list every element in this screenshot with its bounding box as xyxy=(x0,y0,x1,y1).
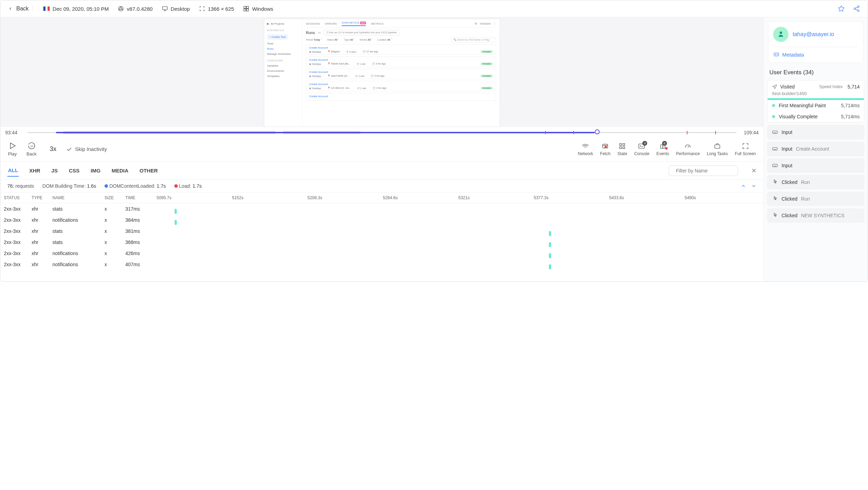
event-visited[interactable]: Visited Speed Index 5,714 /test-builder/… xyxy=(767,80,864,122)
svg-rect-23 xyxy=(773,131,777,134)
keyboard-icon xyxy=(772,129,778,135)
timeline[interactable]: 93:44 109:44 xyxy=(0,127,763,138)
tool-longtasks[interactable]: Long Tasks xyxy=(707,142,728,156)
user-event-item[interactable]: InputCreate Account xyxy=(767,142,864,156)
user-email[interactable]: tahay@asayer.io xyxy=(793,31,834,37)
svg-rect-19 xyxy=(715,145,720,148)
tool-fullscreen[interactable]: Full Screen xyxy=(735,142,756,156)
pointer-icon xyxy=(772,212,778,219)
waterfall-tick: 5208.3s xyxy=(308,195,383,200)
net-tab-img[interactable]: IMG xyxy=(90,165,101,176)
user-card: tahay@asayer.io Metadata xyxy=(768,22,863,63)
tool-fetch[interactable]: Fetch xyxy=(600,142,610,156)
svg-point-9 xyxy=(858,10,859,11)
waterfall-tick: 5095.7s xyxy=(157,195,232,200)
network-row[interactable]: 2xx-3xx xhr stats x 317ms xyxy=(0,203,763,214)
network-row[interactable]: 2xx-3xx xhr notifications x 426ms xyxy=(0,248,763,259)
svg-rect-25 xyxy=(773,164,777,167)
resolution-icon xyxy=(199,6,205,12)
svg-rect-15 xyxy=(623,146,625,149)
play-button[interactable]: Play xyxy=(8,142,17,157)
net-tab-all[interactable]: ALL xyxy=(7,164,19,177)
details-sidebar: tahay@asayer.io Metadata User Events (34… xyxy=(763,17,868,281)
playhead[interactable] xyxy=(595,129,600,134)
svg-rect-13 xyxy=(623,143,625,145)
network-row[interactable]: 2xx-3xx xhr stats x 368ms xyxy=(0,237,763,248)
net-tab-other[interactable]: OTHER xyxy=(139,165,159,176)
replay-back-button[interactable]: 10 Back xyxy=(26,142,36,157)
tool-console[interactable]: 4 Console xyxy=(634,142,649,156)
close-panel-button[interactable]: ✕ xyxy=(751,167,757,175)
fullscreen-icon xyxy=(742,142,749,150)
navigate-icon xyxy=(772,84,777,90)
desktop-icon xyxy=(162,6,168,12)
svg-rect-17 xyxy=(660,145,662,148)
svg-rect-4 xyxy=(247,6,249,8)
metadata-link[interactable]: Metadata xyxy=(773,47,858,58)
svg-rect-5 xyxy=(244,9,246,11)
playback-speed[interactable]: 3x xyxy=(50,145,56,153)
chrome-icon xyxy=(118,6,124,12)
tool-events[interactable]: 6 Events xyxy=(656,142,669,156)
replay-run-row: Create Account xyxy=(306,93,496,101)
play-icon xyxy=(8,142,17,150)
svg-text:10: 10 xyxy=(30,145,33,147)
user-event-item[interactable]: ClickedRun xyxy=(767,192,864,206)
windows-icon xyxy=(243,6,249,12)
gauge-icon xyxy=(684,142,692,150)
session-country-date: Dec 09, 2020, 05:10 PM xyxy=(43,6,109,12)
next-request-icon[interactable] xyxy=(751,183,757,189)
timeline-track[interactable] xyxy=(27,131,736,134)
timeline-start: 93:44 xyxy=(5,130,24,135)
user-event-item[interactable]: ClickedRun xyxy=(767,175,864,189)
favorite-icon[interactable] xyxy=(838,5,845,12)
network-panel: ALL XHR JS CSS IMG MEDIA OTHER ✕ 76: req… xyxy=(0,162,763,281)
network-filter[interactable] xyxy=(669,166,738,176)
svg-point-7 xyxy=(858,6,859,8)
network-table: STATUS TYPE NAME SIZE TIME 5095.7s5152s5… xyxy=(0,193,763,281)
network-row[interactable]: 2xx-3xx xhr notifications x 384ms xyxy=(0,214,763,226)
chevron-left-icon xyxy=(8,6,13,11)
top-bar: Back Dec 09, 2020, 05:10 PM v87.0.4280 D… xyxy=(0,0,868,17)
tool-state[interactable]: State xyxy=(617,142,627,156)
svg-rect-3 xyxy=(244,6,246,8)
replay-run-row: Create Account 🖥 Desktop 📍 Asia Pacific … xyxy=(306,69,496,79)
skip-inactivity-toggle[interactable]: Skip Inactivity xyxy=(66,146,107,152)
user-avatar xyxy=(773,27,788,42)
network-row[interactable]: 2xx-3xx xhr stats x 381ms xyxy=(0,226,763,237)
back-button[interactable]: Back xyxy=(8,6,33,12)
user-event-item[interactable]: ClickedNEW SYNTHETICS xyxy=(767,209,864,222)
replay-frame: ▶ All Projects SYNTHETICS + Create Test … xyxy=(264,19,500,127)
replay-create-test: + Create Test xyxy=(267,34,288,40)
user-event-item[interactable]: Input xyxy=(767,125,864,139)
svg-rect-12 xyxy=(620,143,622,145)
briefcase-icon xyxy=(713,142,721,150)
net-tab-css[interactable]: CSS xyxy=(68,165,80,176)
session-resolution: 1366 × 625 xyxy=(199,6,234,12)
replay-run-row: Create Account 🖥 Desktop 📍 Middle East (… xyxy=(306,57,496,67)
tool-performance[interactable]: Performance xyxy=(676,142,700,156)
svg-rect-14 xyxy=(620,146,622,149)
svg-rect-2 xyxy=(162,7,167,10)
svg-rect-24 xyxy=(773,147,777,150)
waterfall-tick: 5321s xyxy=(458,195,534,200)
net-tab-js[interactable]: JS xyxy=(51,165,58,176)
keyboard-icon xyxy=(772,146,778,152)
pointer-icon xyxy=(772,196,778,202)
net-tab-media[interactable]: MEDIA xyxy=(111,165,129,176)
waterfall-tick: 5152s xyxy=(232,195,307,200)
wifi-icon xyxy=(582,142,589,150)
svg-point-1 xyxy=(120,8,122,10)
share-icon[interactable] xyxy=(853,5,860,12)
state-icon xyxy=(618,142,626,150)
flag-france-icon xyxy=(43,6,50,11)
network-stats: 76: requests DOM Building Time: 1.6s DOM… xyxy=(0,180,763,193)
user-events-list[interactable]: Visited Speed Index 5,714 /test-builder/… xyxy=(764,78,868,281)
network-row[interactable]: 2xx-3xx xhr notifications x 407ms xyxy=(0,259,763,270)
net-tab-xhr[interactable]: XHR xyxy=(28,165,41,176)
network-filter-input[interactable] xyxy=(676,168,737,174)
pointer-icon xyxy=(772,179,778,185)
user-event-item[interactable]: Input xyxy=(767,159,864,172)
prev-request-icon[interactable] xyxy=(741,183,746,189)
tool-network[interactable]: Network xyxy=(578,142,593,156)
